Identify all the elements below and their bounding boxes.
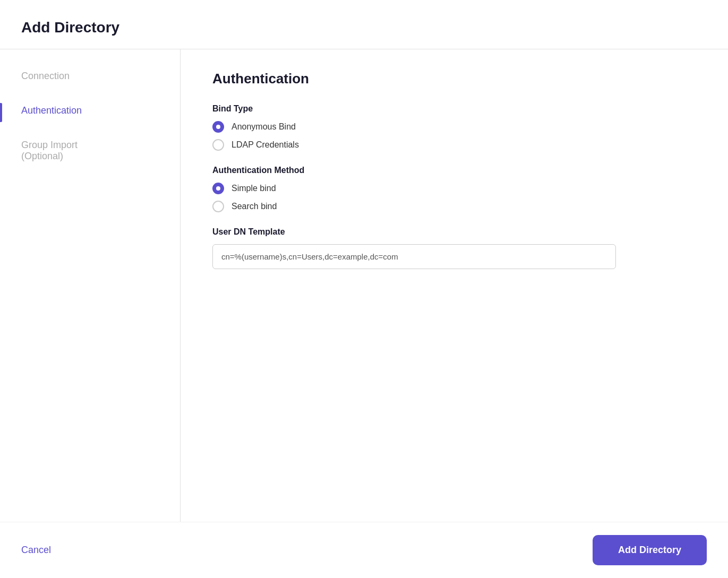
active-indicator: [0, 103, 2, 122]
simple-bind-radio[interactable]: [212, 183, 224, 194]
page-header: Add Directory: [0, 0, 728, 49]
sidebar-label-connection: Connection: [21, 71, 70, 82]
content-area: Authentication Bind Type Anonymous Bind …: [181, 49, 728, 522]
search-bind-label: Search bind: [232, 202, 277, 211]
user-dn-template-label: User DN Template: [212, 227, 696, 237]
sidebar-item-connection[interactable]: Connection: [21, 71, 159, 101]
sidebar-label-group-import: Group Import(Optional): [21, 140, 78, 162]
sidebar-item-group-import[interactable]: Group Import(Optional): [21, 140, 159, 181]
section-title: Authentication: [212, 71, 696, 87]
ldap-credentials-radio[interactable]: [212, 139, 224, 151]
ldap-credentials-label: LDAP Credentials: [232, 140, 299, 150]
simple-bind-option[interactable]: Simple bind: [212, 183, 696, 194]
footer: Cancel Add Directory: [0, 522, 728, 578]
anonymous-bind-option[interactable]: Anonymous Bind: [212, 121, 696, 133]
search-bind-option[interactable]: Search bind: [212, 201, 696, 212]
user-dn-template-group: User DN Template: [212, 227, 696, 269]
auth-method-group: Authentication Method Simple bind Search…: [212, 166, 696, 212]
bind-type-group: Bind Type Anonymous Bind LDAP Credential…: [212, 104, 696, 151]
cancel-button[interactable]: Cancel: [21, 540, 51, 560]
sidebar-item-authentication[interactable]: Authentication: [21, 105, 159, 135]
main-content: Connection Authentication Group Import(O…: [0, 49, 728, 522]
anonymous-bind-label: Anonymous Bind: [232, 122, 296, 132]
add-directory-button[interactable]: Add Directory: [593, 535, 707, 565]
auth-method-label: Authentication Method: [212, 166, 696, 175]
page-title: Add Directory: [21, 19, 707, 36]
user-dn-template-input[interactable]: [212, 244, 616, 269]
ldap-credentials-option[interactable]: LDAP Credentials: [212, 139, 696, 151]
bind-type-label: Bind Type: [212, 104, 696, 114]
search-bind-radio[interactable]: [212, 201, 224, 212]
simple-bind-label: Simple bind: [232, 184, 276, 193]
anonymous-bind-radio[interactable]: [212, 121, 224, 133]
sidebar: Connection Authentication Group Import(O…: [0, 49, 181, 522]
sidebar-label-authentication: Authentication: [21, 105, 82, 116]
